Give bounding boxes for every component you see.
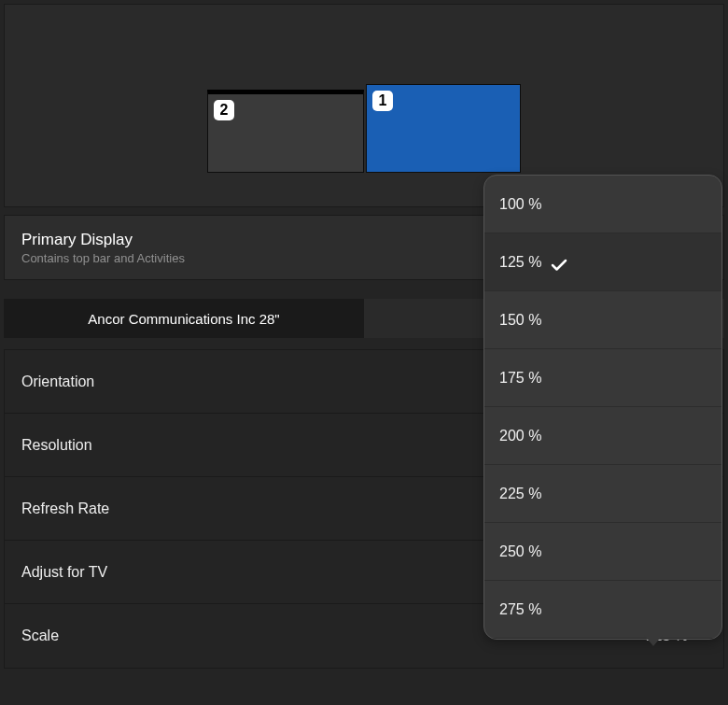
monitor-group: 2 1 xyxy=(207,84,521,173)
scale-option[interactable]: 200 % xyxy=(484,407,721,465)
scale-option-label: 100 % xyxy=(499,196,541,213)
scale-option-label: 125 % xyxy=(499,254,541,271)
scale-option[interactable]: 175 % xyxy=(484,349,721,407)
popover-arrow-icon xyxy=(644,635,663,646)
scale-dropdown-list[interactable]: 100 %125 %150 %175 %200 %225 %250 %275 % xyxy=(484,176,721,639)
scale-option[interactable]: 275 % xyxy=(484,581,721,639)
scale-option-label: 250 % xyxy=(499,543,541,560)
scale-option-label: 150 % xyxy=(499,312,541,329)
scale-option[interactable]: 100 % xyxy=(484,176,721,233)
scale-option-label: 225 % xyxy=(499,486,541,502)
scale-option-label: 275 % xyxy=(499,601,541,618)
scale-option[interactable]: 225 % xyxy=(484,465,721,523)
monitor-2-badge: 2 xyxy=(214,100,234,120)
tab-display-1[interactable]: Ancor Communications Inc 28" xyxy=(4,299,364,338)
monitor-1-badge: 1 xyxy=(372,91,393,111)
scale-option[interactable]: 250 % xyxy=(484,523,721,581)
scale-option[interactable]: 125 % xyxy=(484,233,721,291)
scale-dropdown: 100 %125 %150 %175 %200 %225 %250 %275 % xyxy=(483,175,722,640)
monitor-2[interactable]: 2 xyxy=(207,90,364,173)
monitor-1[interactable]: 1 xyxy=(366,84,521,173)
check-icon xyxy=(551,259,566,270)
scale-option-label: 175 % xyxy=(499,370,541,387)
scale-option[interactable]: 150 % xyxy=(484,291,721,349)
tab-display-1-label: Ancor Communications Inc 28" xyxy=(88,311,279,327)
scale-option-label: 200 % xyxy=(499,428,541,444)
